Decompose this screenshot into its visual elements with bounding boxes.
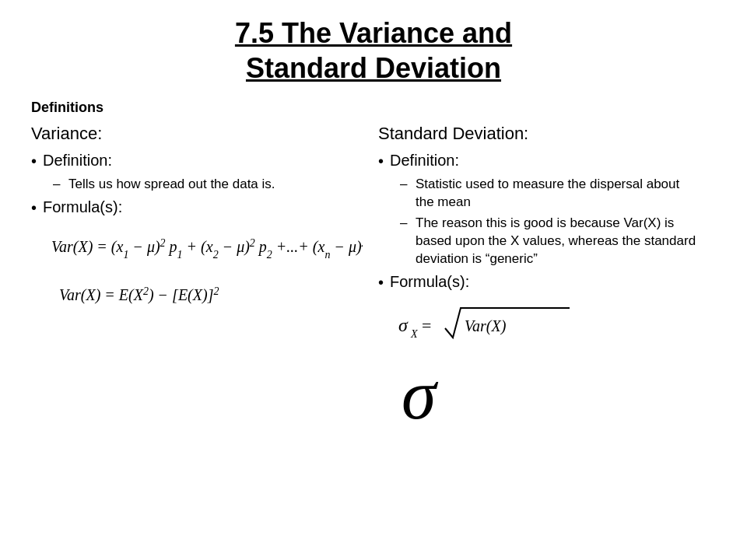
variance-heading: Variance: [31, 124, 363, 144]
dash-icon-2: – [400, 176, 411, 194]
std-dev-column: Standard Deviation: • Definition: – Stat… [378, 124, 716, 544]
definitions-label: Definitions [31, 100, 716, 116]
std-dev-definition-label: Definition: [390, 150, 459, 170]
sigma-large-symbol: σ [378, 355, 700, 435]
variance-column: Variance: • Definition: – Tells us how s… [31, 124, 378, 544]
page: 7.5 The Variance and Standard Deviation … [0, 0, 747, 560]
variance-definition-bullet: • Definition: [31, 150, 363, 171]
variance-def-text-1: Tells us how spread out the data is. [68, 176, 275, 194]
variance-formula-1-svg: Var(X) = (x1 − μ)2 p1 + (x2 − μ)2 p2 +..… [51, 224, 363, 264]
variance-formula-bullet: • Formula(s): [31, 197, 363, 218]
svg-text:Var(X): Var(X) [465, 317, 507, 335]
variance-definition-label: Definition: [43, 150, 112, 170]
sigma-display: σ [402, 355, 700, 435]
dash-icon-3: – [400, 215, 411, 233]
std-dev-formula-label: Formula(s): [390, 271, 469, 292]
title-line1: 7.5 The Variance and [235, 17, 512, 49]
svg-text:Var(X) = (x1 − μ)2 p1 + (x2 − : Var(X) = (x1 − μ)2 p1 + (x2 − μ)2 p2 +..… [51, 236, 363, 260]
title-line2: Standard Deviation [246, 52, 501, 84]
variance-formula-1-area: Var(X) = (x1 − μ)2 p1 + (x2 − μ)2 p2 +..… [44, 224, 363, 264]
std-dev-definition-bullet: • Definition: [378, 150, 700, 171]
std-dev-definition-subs: – Statistic used to measure the dispersa… [400, 176, 700, 268]
dash-icon-1: – [53, 176, 64, 194]
svg-text:=: = [422, 316, 431, 335]
svg-text:X: X [410, 328, 418, 340]
page-title: 7.5 The Variance and Standard Deviation [31, 16, 716, 86]
bullet-dot-2: • [31, 198, 37, 218]
svg-text:Var(X) = E(X2) − [E(X)]2: Var(X) = E(X2) − [E(X)]2 [59, 285, 219, 304]
std-dev-formula-bullet: • Formula(s): [378, 271, 700, 292]
variance-formula-2-area: Var(X) = E(X2) − [E(X)]2 [44, 271, 363, 314]
std-dev-formula-svg: σ X = Var(X) [398, 299, 601, 347]
variance-def-sub-1: – Tells us how spread out the data is. [53, 176, 363, 194]
bullet-dot-1: • [31, 151, 37, 171]
std-dev-def-text-1: Statistic used to measure the dispersal … [416, 176, 700, 212]
svg-text:σ: σ [398, 315, 409, 335]
std-dev-heading: Standard Deviation: [378, 124, 700, 144]
std-dev-def-sub-1: – Statistic used to measure the dispersa… [400, 176, 700, 212]
bullet-dot-3: • [378, 151, 384, 171]
bullet-dot-4: • [378, 272, 384, 292]
columns-container: Variance: • Definition: – Tells us how s… [31, 124, 716, 544]
std-dev-def-text-2: The reason this is good is because Var(X… [416, 215, 700, 268]
variance-formula-2-svg: Var(X) = E(X2) − [E(X)]2 [51, 271, 300, 314]
std-dev-formula-area: σ X = Var(X) [391, 299, 700, 347]
variance-definition-subs: – Tells us how spread out the data is. [53, 176, 363, 194]
variance-formula-label: Formula(s): [43, 197, 122, 217]
std-dev-def-sub-2: – The reason this is good is because Var… [400, 215, 700, 268]
